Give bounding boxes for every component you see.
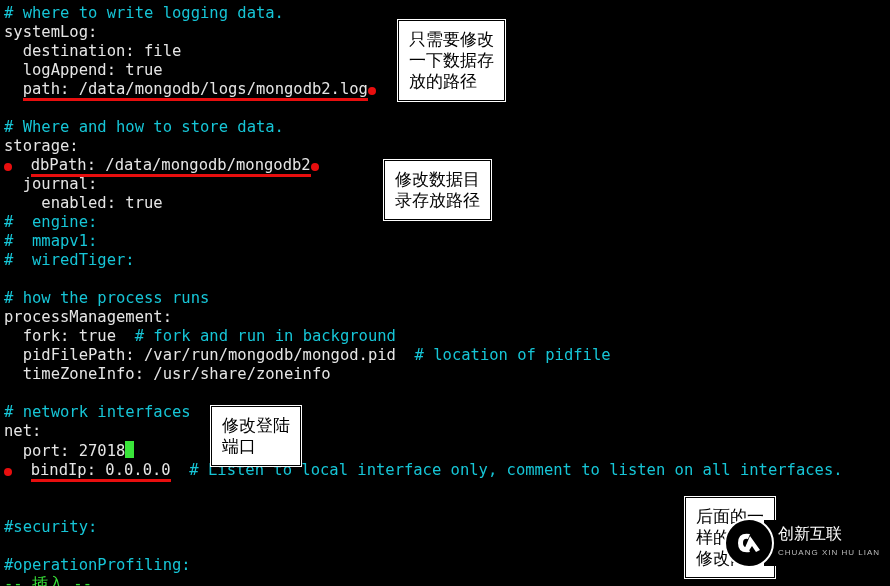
code-token: [4, 80, 23, 98]
code-token: # where to write logging data.: [4, 4, 284, 22]
code-line: bindIp: 0.0.0.0 # Listen to local interf…: [4, 461, 886, 480]
code-token: #operationProfiling:: [4, 556, 191, 574]
code-line: [4, 270, 886, 289]
code-line: net:: [4, 422, 886, 441]
code-token: [4, 384, 13, 402]
marker-dot-icon: [4, 468, 12, 476]
code-token: logAppend: true: [4, 61, 163, 79]
code-token: dbPath: /data/mongodb/mongodb2: [31, 156, 311, 177]
code-token: [4, 480, 13, 498]
code-token: # network interfaces: [4, 403, 191, 421]
code-token: # wiredTiger:: [4, 251, 135, 269]
code-line: port: 27018: [4, 441, 886, 461]
code-token: [4, 99, 13, 117]
code-token: [4, 270, 13, 288]
code-token: processManagement:: [4, 308, 172, 326]
logo-subtitle: CHUANG XIN HU LIAN: [778, 543, 880, 562]
code-token: #security:: [4, 518, 97, 536]
code-token: [4, 537, 13, 555]
code-token: journal:: [4, 175, 97, 193]
code-line: # how the process runs: [4, 289, 886, 308]
code-token: # mmapv1:: [4, 232, 97, 250]
watermark-logo: 创新互联 CHUANG XIN HU LIAN: [724, 518, 890, 568]
code-token: systemLog:: [4, 23, 97, 41]
anno-dbpath: 修改数据目 录存放路径: [384, 160, 491, 220]
cursor-icon: [125, 441, 134, 458]
logo-brand: 创新互联: [778, 525, 842, 542]
code-token: path: /data/mongodb/logs/mongodb2.log: [23, 80, 368, 101]
code-line: processManagement:: [4, 308, 886, 327]
code-token: # fork and run in background: [135, 327, 396, 345]
code-token: # location of pidfile: [415, 346, 611, 364]
code-token: timeZoneInfo: /usr/share/zoneinfo: [4, 365, 331, 383]
code-token: # Where and how to store data.: [4, 118, 284, 136]
code-line: # network interfaces: [4, 403, 886, 422]
code-token: [12, 156, 31, 174]
anno-path: 只需要修改 一下数据存 放的路径: [398, 20, 505, 101]
code-line: timeZoneInfo: /usr/share/zoneinfo: [4, 365, 886, 384]
code-token: # engine:: [4, 213, 97, 231]
marker-dot-icon: [4, 163, 12, 171]
code-line: storage:: [4, 137, 886, 156]
code-line: # Where and how to store data.: [4, 118, 886, 137]
logo-text: 创新互联 CHUANG XIN HU LIAN: [764, 520, 890, 566]
code-line: pidFilePath: /var/run/mongodb/mongod.pid…: [4, 346, 886, 365]
code-token: destination: file: [4, 42, 181, 60]
code-token: net:: [4, 422, 41, 440]
marker-dot-icon: [368, 87, 376, 95]
code-token: port: 27018: [4, 442, 125, 460]
code-line: [4, 384, 886, 403]
code-token: [12, 461, 31, 479]
logo-glyph-icon: [734, 528, 764, 558]
code-token: [4, 499, 13, 517]
code-token: enabled: true: [4, 194, 163, 212]
code-token: fork: true: [4, 327, 135, 345]
code-token: storage:: [4, 137, 79, 155]
logo-badge-icon: [724, 518, 774, 568]
code-token: # how the process runs: [4, 289, 209, 307]
code-token: -- 插入 --: [4, 575, 92, 586]
code-line: fork: true # fork and run in background: [4, 327, 886, 346]
anno-port: 修改登陆 端口: [211, 406, 301, 466]
code-line: [4, 99, 886, 118]
code-line: # mmapv1:: [4, 232, 886, 251]
marker-dot-icon: [311, 163, 319, 171]
code-token: bindIp: 0.0.0.0: [31, 461, 171, 482]
code-token: pidFilePath: /var/run/mongodb/mongod.pid: [4, 346, 415, 364]
code-token: [171, 461, 190, 479]
code-line: # wiredTiger:: [4, 251, 886, 270]
